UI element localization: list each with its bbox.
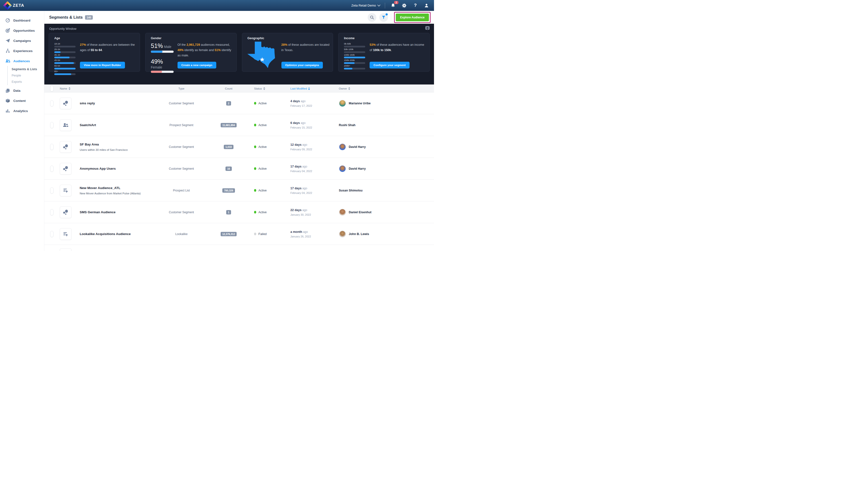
page-title: Segments & Lists — [49, 15, 83, 20]
header-divider — [391, 14, 391, 21]
column-header-last-modified[interactable]: Last Modified — [290, 87, 339, 90]
select-all-checkbox[interactable] — [50, 86, 53, 92]
geographic-insight-text: 28% of these audiences are located in Te… — [281, 42, 330, 53]
gender-card-title: Gender — [151, 36, 233, 40]
row-checkbox[interactable] — [50, 166, 53, 172]
table-row[interactable]: New Mover Audience_ATLNew Mover Audience… — [44, 180, 434, 201]
sidebar-item-audiences[interactable]: Audiences — [0, 56, 44, 66]
status-dot — [254, 167, 256, 170]
row-checkbox[interactable] — [50, 187, 53, 194]
sidebar-item-label: Experiences — [13, 49, 33, 53]
sidebar-item-segments-lists[interactable]: Segments & Lists — [12, 66, 44, 72]
column-header-type[interactable]: Type — [159, 87, 203, 90]
segment-dots-icon — [60, 97, 71, 109]
help-button[interactable]: ? — [412, 2, 418, 9]
opportunities-target-icon — [5, 28, 10, 33]
bar-track — [344, 51, 365, 53]
male-bar-track — [151, 51, 174, 53]
collapse-panel-button[interactable] — [425, 26, 430, 31]
sidebar-item-campaigns[interactable]: Campaigns — [0, 35, 44, 46]
sidebar-item-label: Analytics — [13, 109, 28, 113]
segment-name[interactable]: SMS German Audience — [80, 210, 159, 214]
count-badge: 2 — [226, 101, 231, 106]
sidebar-item-exports[interactable]: Exports — [12, 79, 44, 85]
row-checkbox[interactable] — [50, 100, 53, 106]
row-checkbox[interactable] — [50, 209, 53, 216]
audiences-people-icon — [5, 59, 10, 63]
segment-name[interactable]: Lookalike Acquisitions Audience — [80, 232, 159, 236]
gender-card: Gender 51% Male 49% Female — [145, 33, 237, 72]
last-modified-cell: 6 days agoFebruary 15, 2022 — [290, 121, 339, 129]
avatar — [339, 143, 346, 150]
texas-map-icon — [246, 42, 277, 69]
sidebar-item-opportunities[interactable]: Opportunities — [0, 25, 44, 35]
segment-name[interactable]: sms reply — [80, 102, 159, 105]
sidebar-item-analytics[interactable]: Analytics — [0, 106, 44, 116]
row-checkbox[interactable] — [50, 231, 53, 237]
status-badge: Failed — [254, 232, 290, 236]
table-row[interactable]: Lookalike Acquisitions Audience Lookalik… — [44, 223, 434, 245]
table-row[interactable]: SMS German Audience Customer Segment 1 A… — [44, 201, 434, 223]
bar-track — [344, 62, 365, 64]
account-switcher[interactable]: Zeta Retail Demo — [351, 4, 380, 7]
owner-cell: Susan Shimotsu — [339, 189, 428, 192]
segment-name[interactable]: New Mover Audience_ATL — [80, 186, 159, 190]
status-badge: Active — [254, 145, 290, 149]
segment-type: Customer Segment — [159, 145, 203, 149]
column-header-owner[interactable]: Owner — [339, 87, 428, 90]
table-row[interactable]: SaatchiArt Prospect Segment 11,681,894 A… — [44, 114, 434, 136]
experiences-flow-icon — [5, 49, 10, 53]
segment-type: Prospect List — [159, 189, 203, 192]
search-button[interactable] — [368, 13, 376, 22]
sidebar-item-label: Campaigns — [13, 39, 31, 43]
top-navbar: ZETA Zeta Retail Demo 2 — [0, 0, 434, 11]
row-checkbox[interactable] — [50, 144, 53, 150]
bar-track — [344, 68, 365, 70]
create-campaign-button[interactable]: Create a new campaign — [177, 62, 216, 69]
row-checkbox[interactable] — [50, 122, 53, 128]
avatar — [339, 209, 346, 216]
sidebar-item-content[interactable]: Content — [0, 96, 44, 106]
column-header-status[interactable]: Status — [254, 87, 290, 90]
dashboard-gauge-icon — [5, 18, 10, 23]
table-row[interactable] — [44, 245, 434, 251]
sort-icon — [308, 87, 310, 90]
sidebar-item-data[interactable]: Data — [0, 85, 44, 96]
segment-dots-icon — [60, 207, 71, 218]
settings-button[interactable] — [401, 2, 407, 9]
optimize-campaigns-button[interactable]: Optimize your campaigns — [281, 62, 323, 69]
opportunity-window-title: Opportunity Window — [49, 26, 430, 33]
explore-audience-button[interactable]: Explore Audience — [396, 13, 429, 21]
geographic-card: Geographic 28% of these audiences are lo… — [242, 33, 333, 72]
gender-insight-text: Of the 2,961,729 audiences measured, 49%… — [177, 42, 233, 58]
bar-track — [54, 51, 75, 53]
segment-name[interactable]: SaatchiArt — [80, 123, 159, 127]
column-header-name[interactable]: Name — [60, 87, 77, 90]
sidebar-item-dashboard[interactable]: Dashboard — [0, 15, 44, 25]
count-badge: 1 — [226, 210, 231, 215]
table-row[interactable]: SF Bay AreaUsers within 30 miles of San … — [44, 136, 434, 158]
table-row[interactable]: sms reply Customer Segment 2 Active 4 da… — [44, 93, 434, 114]
zeta-logo[interactable]: ZETA — [4, 2, 24, 9]
view-report-builder-button[interactable]: View more in Report Builder — [80, 62, 125, 69]
bar-label: 45-54 — [54, 59, 75, 62]
female-label: Female — [151, 65, 162, 69]
bar-fill — [344, 68, 352, 70]
sidebar-item-label: Content — [13, 99, 26, 103]
income-card: Income 0k-50k 50k-100k 100k-150k 150k-20… — [338, 33, 430, 72]
status-dot — [254, 211, 256, 213]
sidebar-item-people[interactable]: People — [12, 72, 44, 79]
notifications-button[interactable]: 2 — [390, 2, 396, 9]
sidebar-item-experiences[interactable]: Experiences — [0, 46, 44, 56]
profile-button[interactable] — [423, 2, 430, 9]
bar-track — [54, 68, 75, 70]
filter-button[interactable] — [379, 13, 388, 22]
bar-fill — [344, 56, 365, 58]
segment-name[interactable]: SF Bay Area — [80, 143, 159, 146]
segment-type: Prospect Segment — [159, 124, 203, 127]
column-header-count[interactable]: Count — [203, 87, 254, 90]
sort-icon — [69, 87, 71, 90]
segment-name[interactable]: Anonymous App Users — [80, 167, 159, 170]
configure-segment-button[interactable]: Configure your segment — [370, 62, 410, 69]
table-row[interactable]: Anonymous App Users Customer Segment 16 … — [44, 158, 434, 180]
